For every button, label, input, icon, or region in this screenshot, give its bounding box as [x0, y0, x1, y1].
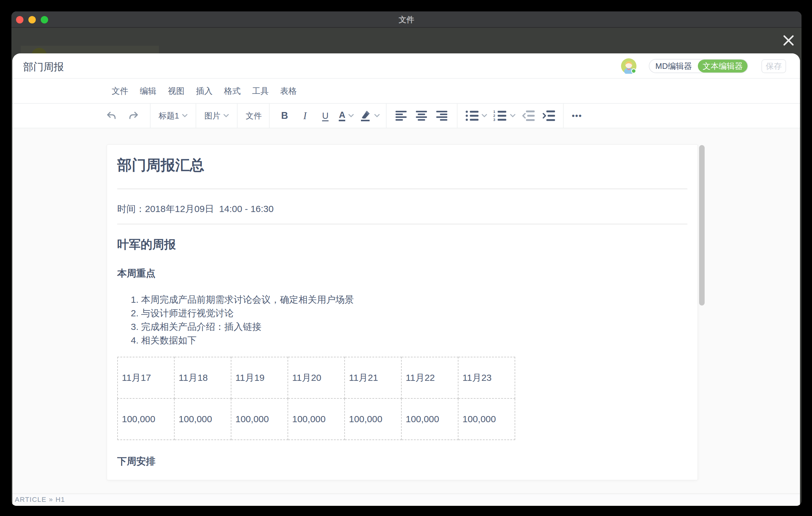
underline-button[interactable]: U — [318, 107, 332, 125]
text-editor-tab[interactable]: 文本编辑器 — [698, 60, 748, 73]
titlebar: 文件 — [11, 11, 802, 28]
heading-style-dropdown[interactable]: 标题1 — [158, 107, 187, 125]
chevron-down-icon — [182, 114, 187, 118]
align-left-icon — [396, 111, 407, 121]
table-row: 11月17 11月18 11月19 11月20 11月21 11月22 11月2… — [118, 357, 515, 398]
align-right-icon — [436, 111, 448, 121]
redo-icon — [127, 110, 139, 122]
chevron-down-icon — [223, 114, 229, 118]
insert-image-label: 图片 — [204, 111, 220, 121]
statusbar: ARTICLE » H1 — [12, 493, 800, 505]
italic-icon: I — [303, 110, 307, 122]
menu-item-tools[interactable]: 工具 — [252, 84, 269, 98]
insert-image-dropdown[interactable]: 图片 — [204, 107, 229, 125]
menu-item-file[interactable]: 文件 — [111, 84, 129, 98]
table-cell[interactable]: 11月23 — [458, 357, 515, 398]
table-cell[interactable]: 100,000 — [231, 398, 288, 440]
numbered-list-icon: 1 2 3 — [493, 110, 507, 121]
table-cell[interactable]: 11月20 — [288, 357, 345, 398]
menu-item-format[interactable]: 格式 — [223, 84, 241, 98]
table-cell[interactable]: 11月19 — [231, 357, 288, 398]
bullet-list-icon — [466, 111, 478, 121]
align-left-button[interactable] — [395, 107, 408, 125]
doc-heading-2: 叶军的周报 — [117, 237, 687, 252]
menu-item-edit[interactable]: 编辑 — [139, 84, 157, 98]
doc-ordered-list: 本周完成产品前期需求讨论会议，确定相关用户场景 与设计师进行视觉讨论 完成相关产… — [117, 293, 687, 347]
doc-heading-1: 部门周报汇总 — [117, 145, 687, 174]
font-color-icon: A — [339, 110, 345, 121]
breadcrumb: ARTICLE » H1 — [15, 496, 65, 504]
table-cell[interactable]: 11月17 — [118, 357, 174, 398]
horizontal-rule — [117, 224, 687, 224]
table-cell[interactable]: 100,000 — [288, 398, 345, 440]
outdent-icon — [522, 111, 535, 121]
close-icon[interactable] — [782, 34, 795, 47]
save-button[interactable]: 保存 — [761, 59, 786, 73]
chevron-down-icon — [482, 114, 487, 118]
document-page[interactable]: 部门周报汇总 时间：2018年12月09日 14:00 - 16:30 叶军的周… — [107, 144, 698, 480]
list-item: 相关数据如下 — [131, 334, 687, 347]
indent-button[interactable] — [542, 107, 556, 125]
more-tools-button[interactable]: ••• — [572, 107, 582, 125]
insert-file-button[interactable]: 文件 — [245, 107, 262, 125]
app-window: 文件 部门周报 MD编辑器 文本编辑器 — [11, 11, 802, 506]
user-avatar-icon[interactable] — [621, 58, 636, 74]
toolbar-divider — [196, 104, 196, 128]
highlighter-icon — [360, 110, 371, 122]
chevron-down-icon — [374, 114, 380, 118]
highlight-color-dropdown[interactable] — [360, 107, 380, 125]
list-item: 与设计师进行视觉讨论 — [131, 307, 687, 320]
outdent-button[interactable] — [522, 107, 535, 125]
editor-content-area: 部门周报汇总 时间：2018年12月09日 14:00 - 16:30 叶军的周… — [12, 128, 800, 493]
svg-text:1: 1 — [493, 110, 495, 114]
table-cell[interactable]: 100,000 — [118, 398, 174, 440]
doc-time-line: 时间：2018年12月09日 14:00 - 16:30 — [117, 202, 687, 216]
table-cell[interactable]: 11月18 — [174, 357, 231, 398]
horizontal-rule — [117, 189, 687, 189]
table-cell[interactable]: 11月22 — [401, 357, 458, 398]
align-right-button[interactable] — [435, 107, 449, 125]
undo-icon — [106, 110, 118, 122]
scrollbar-thumb[interactable] — [699, 145, 705, 306]
editor-modal: 部门周报 MD编辑器 文本编辑器 保存 文件 编辑 视图 — [12, 53, 800, 506]
align-center-icon — [416, 111, 428, 121]
editor-menubar: 文件 编辑 视图 插入 格式 工具 表格 — [12, 79, 800, 104]
bold-button[interactable]: B — [278, 107, 291, 125]
numbered-list-dropdown[interactable]: 1 2 3 — [493, 107, 516, 125]
svg-text:3: 3 — [493, 118, 495, 121]
document-title: 部门周报 — [23, 60, 64, 74]
toolbar-divider — [237, 104, 237, 128]
redo-button[interactable] — [126, 107, 140, 125]
table-cell[interactable]: 100,000 — [174, 398, 231, 440]
table-cell[interactable]: 11月21 — [345, 357, 401, 398]
toolbar-divider — [386, 104, 386, 128]
doc-data-table[interactable]: 11月17 11月18 11月19 11月20 11月21 11月22 11月2… — [117, 357, 515, 440]
font-color-dropdown[interactable]: A — [339, 107, 354, 125]
chevron-down-icon — [348, 114, 354, 118]
heading-style-label: 标题1 — [158, 111, 179, 121]
toolbar-divider — [563, 104, 564, 128]
toolbar-divider — [150, 104, 150, 128]
menu-item-view[interactable]: 视图 — [167, 84, 185, 98]
table-cell[interactable]: 100,000 — [401, 398, 458, 440]
svg-text:2: 2 — [493, 114, 495, 118]
bullet-list-dropdown[interactable] — [466, 107, 487, 125]
indent-icon — [543, 111, 555, 121]
doc-heading-3-focus: 本周重点 — [117, 267, 687, 280]
bold-icon: B — [281, 110, 288, 121]
underline-icon: U — [322, 111, 328, 121]
table-cell[interactable]: 100,000 — [345, 398, 401, 440]
toolbar-divider — [269, 104, 270, 128]
more-icon: ••• — [572, 111, 582, 121]
undo-button[interactable] — [105, 107, 118, 125]
italic-button[interactable]: I — [298, 107, 312, 125]
md-editor-tab[interactable]: MD编辑器 — [649, 60, 698, 73]
align-center-button[interactable] — [415, 107, 429, 125]
toolbar-divider — [457, 104, 458, 128]
menu-item-table[interactable]: 表格 — [280, 84, 297, 98]
menu-item-insert[interactable]: 插入 — [195, 84, 213, 98]
table-cell[interactable]: 100,000 — [458, 398, 515, 440]
list-item: 完成相关产品介绍：插入链接 — [131, 320, 687, 334]
editor-header: 部门周报 MD编辑器 文本编辑器 保存 — [12, 53, 800, 79]
table-row: 100,000 100,000 100,000 100,000 100,000 … — [118, 398, 515, 440]
